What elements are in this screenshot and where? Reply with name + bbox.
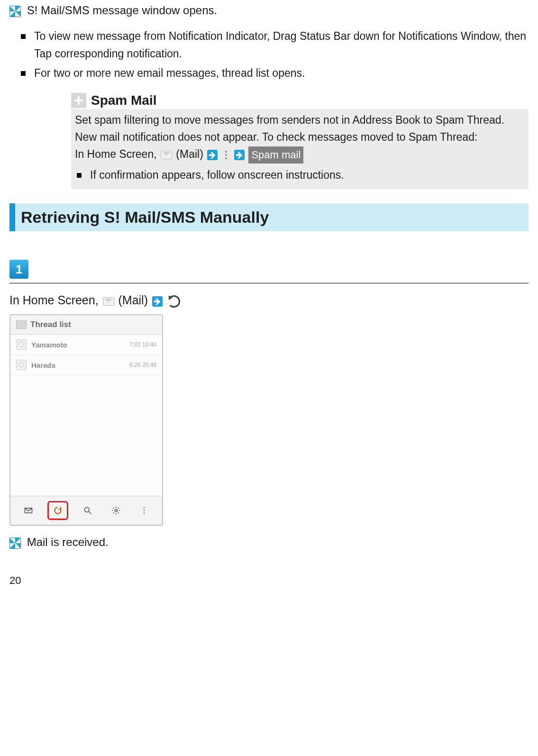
tip-path-prefix: In Home Screen, xyxy=(75,148,160,160)
tip-sub-bullet-list: If confirmation appears, follow onscreen… xyxy=(75,166,525,184)
mail-icon xyxy=(24,506,33,515)
avatar-icon xyxy=(16,360,27,370)
thread-row[interactable]: Yamamoto 7:02 10:44 xyxy=(10,335,162,355)
phone-header-title: Thread list xyxy=(30,320,71,329)
tip-box: Spam Mail Set spam filtering to move mes… xyxy=(71,93,529,189)
svg-point-3 xyxy=(115,510,117,512)
phone-toolbar xyxy=(10,496,162,525)
svg-point-4 xyxy=(144,507,145,509)
search-icon xyxy=(83,506,92,515)
svg-point-5 xyxy=(144,510,145,511)
thread-name: Yamamoto xyxy=(31,341,129,349)
search-button[interactable] xyxy=(79,502,97,519)
page: S! Mail/SMS message window opens. To vie… xyxy=(0,2,538,590)
gear-icon xyxy=(111,506,121,515)
phone-screenshot: Thread list Yamamoto 7:02 10:44 Harada 6… xyxy=(9,314,163,526)
refresh-icon xyxy=(168,295,180,308)
step-mail-label: (Mail) xyxy=(118,293,148,307)
step-instruction: In Home Screen, (Mail) xyxy=(9,291,529,310)
intro-result-line: S! Mail/SMS message window opens. xyxy=(9,2,529,19)
thread-row[interactable]: Harada 6:28 20:49 xyxy=(10,355,162,375)
section-heading: Retrieving S! Mail/SMS Manually xyxy=(21,208,523,227)
mail-icon xyxy=(161,151,172,159)
svg-point-6 xyxy=(144,513,145,514)
svg-line-2 xyxy=(89,512,91,514)
intro-bullet-list: To view new message from Notification In… xyxy=(9,27,529,82)
svg-point-1 xyxy=(84,508,89,512)
folder-icon xyxy=(16,320,27,329)
tip-mail-label: (Mail) xyxy=(176,148,203,160)
overflow-menu-icon xyxy=(139,506,149,515)
tip-body: Set spam filtering to move messages from… xyxy=(71,109,529,189)
phone-header: Thread list xyxy=(10,315,162,335)
arrow-right-icon xyxy=(234,150,245,160)
result-icon xyxy=(9,6,21,17)
overflow-menu-button[interactable] xyxy=(135,502,153,519)
result-icon xyxy=(9,537,21,549)
step-text-prefix: In Home Screen, xyxy=(9,293,102,307)
step-row: 1 xyxy=(9,260,529,284)
phone-thread-list: Yamamoto 7:02 10:44 Harada 6:28 20:49 xyxy=(10,335,162,496)
refresh-button[interactable] xyxy=(47,501,68,520)
tip-body-line1: Set spam filtering to move messages from… xyxy=(75,114,504,143)
tip-title-row: Spam Mail xyxy=(71,93,529,109)
page-number: 20 xyxy=(9,574,21,587)
intro-bullet: For two or more new email messages, thre… xyxy=(21,64,529,82)
step-result-line: Mail is received. xyxy=(9,533,529,551)
thread-time: 6:28 20:49 xyxy=(129,362,156,368)
tip-title: Spam Mail xyxy=(91,93,156,108)
compose-mail-button[interactable] xyxy=(19,502,37,519)
intro-bullet: To view new message from Notification In… xyxy=(21,27,529,63)
mail-icon xyxy=(103,297,114,306)
step-result-text: Mail is received. xyxy=(27,536,109,548)
arrow-right-icon xyxy=(207,150,218,160)
intro-result-text: S! Mail/SMS message window opens. xyxy=(27,4,218,17)
overflow-menu-icon xyxy=(223,150,229,160)
step-number-badge: 1 xyxy=(9,260,28,279)
refresh-icon xyxy=(53,506,63,515)
spam-mail-button[interactable]: Spam mail xyxy=(248,146,303,164)
tip-sub-bullet: If confirmation appears, follow onscreen… xyxy=(77,166,525,184)
section-heading-bar: Retrieving S! Mail/SMS Manually xyxy=(9,203,529,231)
thread-time: 7:02 10:44 xyxy=(129,341,156,348)
thread-name: Harada xyxy=(31,361,129,369)
settings-button[interactable] xyxy=(107,502,125,519)
plus-icon xyxy=(71,93,86,108)
arrow-right-icon xyxy=(152,296,163,307)
avatar-icon xyxy=(16,339,27,350)
